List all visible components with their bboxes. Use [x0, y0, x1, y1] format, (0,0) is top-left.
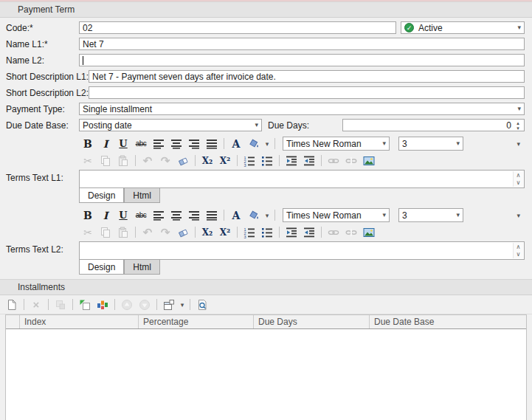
- indent-button[interactable]: [283, 225, 300, 240]
- align-right-button[interactable]: [185, 208, 203, 223]
- toolbar-separator: [156, 299, 157, 310]
- column-header-index[interactable]: Index: [20, 315, 139, 328]
- new-installment-button[interactable]: [3, 297, 21, 312]
- clear-formatting-button[interactable]: [174, 154, 192, 168]
- insert-image-button[interactable]: [360, 154, 378, 168]
- short-description-l2-input[interactable]: [89, 86, 525, 99]
- insert-image-button[interactable]: [360, 225, 378, 240]
- spinner-arrows-icon[interactable]: ▴▾: [514, 120, 522, 131]
- underline-button[interactable]: U: [114, 137, 132, 151]
- strikethrough-button[interactable]: abc: [132, 208, 150, 223]
- align-center-button[interactable]: [167, 208, 185, 223]
- layout-button[interactable]: [160, 297, 178, 312]
- redo-button: ↷: [156, 154, 174, 168]
- toolbar-overflow-icon[interactable]: ▾: [517, 140, 520, 148]
- superscript-button[interactable]: X²: [216, 154, 234, 168]
- code-input[interactable]: 02: [79, 21, 396, 34]
- name-l1-label: Name L1:*: [6, 39, 79, 49]
- italic-button[interactable]: I: [97, 137, 114, 151]
- subscript-button[interactable]: X₂: [198, 154, 216, 168]
- preview-button[interactable]: [193, 297, 211, 312]
- outdent-button[interactable]: [300, 154, 318, 168]
- font-name-dropdown[interactable]: Times New Roman ▾: [283, 208, 390, 222]
- font-color-button[interactable]: A: [227, 137, 245, 151]
- chevron-down-icon: ▾: [255, 122, 258, 128]
- numbered-list-button[interactable]: [241, 225, 258, 240]
- toolbar-separator: [279, 155, 280, 166]
- fill-color-button[interactable]: [245, 208, 263, 223]
- view-settings-button[interactable]: [94, 297, 111, 312]
- installments-table: Index Percentage Due Days Due Date Base: [5, 314, 527, 420]
- add-new-row-button[interactable]: [76, 297, 94, 312]
- redo-button: ↷: [156, 225, 174, 240]
- textarea-scrollbar[interactable]: ∧ ∨: [513, 243, 523, 258]
- numbered-list-button[interactable]: [241, 154, 258, 168]
- remove-link-button: [342, 154, 360, 168]
- toolbar-overflow-icon[interactable]: ▾: [517, 212, 520, 219]
- payment-term-section-header: Payment Term: [0, 1, 532, 18]
- layout-dropdown-arrow[interactable]: ▾: [178, 297, 187, 312]
- textarea-scrollbar[interactable]: ∧ ∨: [513, 171, 523, 187]
- installments-table-body: [6, 329, 526, 420]
- bullet-list-button[interactable]: [258, 154, 276, 168]
- scroll-down-icon[interactable]: ∨: [517, 179, 521, 186]
- tab-design-l1[interactable]: Design: [79, 188, 124, 203]
- payment-term-title: Payment Term: [18, 4, 75, 15]
- paste-button: [114, 154, 132, 168]
- clear-formatting-button[interactable]: [174, 225, 192, 240]
- superscript-button[interactable]: X²: [216, 225, 234, 240]
- scroll-up-icon[interactable]: ∧: [517, 244, 521, 250]
- toolbar-separator: [237, 227, 238, 238]
- bold-button[interactable]: B: [79, 137, 97, 151]
- name-l2-input[interactable]: [79, 54, 525, 66]
- chevron-down-icon: ▾: [517, 106, 521, 112]
- due-days-spinner[interactable]: 0 ▴▾: [342, 119, 525, 131]
- column-header-due-date-base[interactable]: Due Date Base: [370, 315, 526, 328]
- tab-html-l1[interactable]: Html: [124, 188, 160, 203]
- toolbar-separator: [195, 227, 196, 238]
- code-label: Code:*: [6, 23, 79, 33]
- due-date-base-dropdown[interactable]: Posting date ▾: [79, 119, 262, 131]
- terms-text-l1-textarea[interactable]: ∧ ∨: [79, 170, 525, 188]
- subscript-button[interactable]: X₂: [198, 225, 216, 240]
- color-dropdown-arrow[interactable]: ▾: [263, 208, 272, 223]
- row-indicator-header: [6, 315, 20, 328]
- move-up-button: [118, 297, 136, 312]
- column-header-due-days[interactable]: Due Days: [254, 315, 370, 328]
- terms-text-l2-textarea[interactable]: ∧ ∨: [79, 241, 525, 260]
- italic-button[interactable]: I: [97, 208, 114, 223]
- delete-installment-button: ×: [27, 297, 45, 312]
- status-dropdown[interactable]: ✓ Active ▾: [401, 21, 525, 34]
- font-size-dropdown[interactable]: 3 ▾: [398, 208, 463, 222]
- font-name-dropdown[interactable]: Times New Roman ▾: [283, 137, 390, 151]
- strikethrough-button[interactable]: abc: [132, 137, 150, 151]
- short-description-l1-label: Short Description L1:: [6, 72, 89, 82]
- font-size-dropdown[interactable]: 3 ▾: [398, 137, 463, 151]
- scroll-down-icon[interactable]: ∨: [517, 251, 521, 258]
- align-right-button[interactable]: [185, 137, 203, 151]
- text-cursor: [83, 56, 83, 65]
- tab-design-l2[interactable]: Design: [79, 260, 124, 275]
- outdent-button[interactable]: [300, 225, 318, 240]
- indent-button[interactable]: [283, 154, 300, 168]
- tab-html-l2[interactable]: Html: [124, 260, 160, 275]
- name-l1-input[interactable]: Net 7: [79, 38, 525, 50]
- column-header-percentage[interactable]: Percentage: [139, 315, 254, 328]
- font-color-button[interactable]: A: [227, 208, 245, 223]
- align-left-button[interactable]: [150, 137, 167, 151]
- align-justify-button[interactable]: [203, 208, 221, 223]
- bullet-list-button[interactable]: [258, 225, 276, 240]
- move-down-button: [136, 297, 153, 312]
- installments-toolbar: ×▾: [0, 295, 532, 314]
- color-dropdown-arrow[interactable]: ▾: [263, 137, 272, 151]
- short-description-l1-input[interactable]: Net 7 - Payment seven days after invoice…: [89, 70, 525, 83]
- toolbar-separator: [24, 299, 24, 310]
- align-center-button[interactable]: [167, 137, 185, 151]
- scroll-up-icon[interactable]: ∧: [517, 172, 521, 179]
- align-left-button[interactable]: [150, 208, 167, 223]
- fill-color-button[interactable]: [245, 137, 263, 151]
- bold-button[interactable]: B: [79, 208, 97, 223]
- payment-type-dropdown[interactable]: Single installment ▾: [79, 103, 525, 115]
- underline-button[interactable]: U: [114, 208, 132, 223]
- align-justify-button[interactable]: [203, 137, 221, 151]
